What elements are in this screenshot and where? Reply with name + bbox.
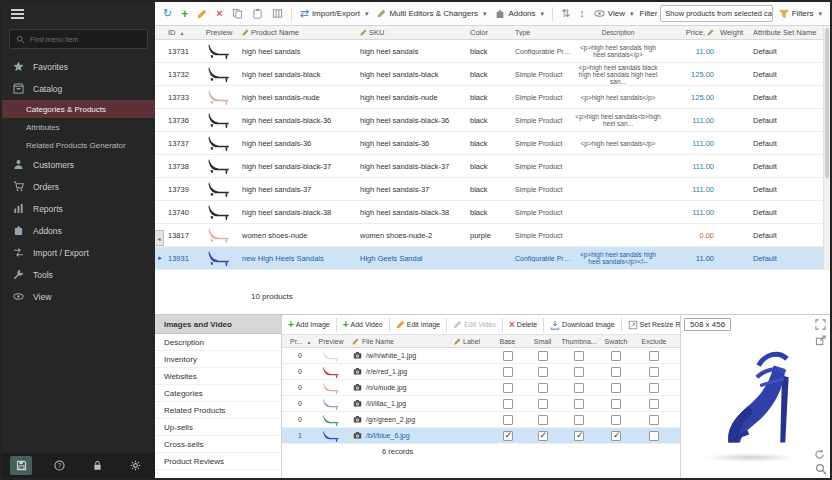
sidebar-item-catalog[interactable]: Catalog — [2, 78, 155, 100]
thumbnail-checkbox[interactable] — [574, 383, 584, 393]
product-row[interactable]: 13739 high heel sandals-37 high heel san… — [155, 178, 830, 201]
image-row[interactable]: 0 /r/e/red_1.jpg — [282, 364, 680, 380]
column-header-price[interactable]: Price, — [662, 28, 717, 37]
sidebar-item-favorites[interactable]: Favorites — [2, 56, 155, 78]
column-header-id[interactable]: ID — [165, 28, 199, 37]
column-header-thumbnail[interactable]: Thumbna... — [560, 338, 598, 345]
edit-product-button[interactable] — [194, 7, 210, 21]
addons-menu[interactable]: Addons — [492, 7, 547, 21]
open-external-icon[interactable] — [815, 335, 826, 346]
column-header-attribute-set[interactable]: Attribute Set Name — [750, 28, 830, 37]
exclude-checkbox[interactable] — [649, 415, 659, 425]
thumbnail-checkbox[interactable] — [574, 415, 584, 425]
column-header-weight[interactable]: Weight — [717, 28, 750, 37]
paste-button[interactable] — [249, 6, 266, 21]
tab-related-products[interactable]: Related Products — [155, 402, 281, 419]
add-video-button[interactable]: +Add Video — [341, 319, 385, 331]
sidebar-item-categories-products[interactable]: Categories & Products — [2, 100, 155, 118]
exclude-checkbox[interactable] — [649, 383, 659, 393]
base-checkbox[interactable] — [503, 367, 513, 377]
small-checkbox[interactable] — [538, 383, 548, 393]
save-button[interactable] — [10, 456, 32, 475]
sidebar-item-tools[interactable]: Tools — [2, 264, 155, 286]
column-header-small[interactable]: Small — [525, 338, 560, 345]
zoom-icon[interactable] — [815, 463, 827, 475]
column-header-base[interactable]: Base — [490, 338, 525, 345]
column-header-swatch[interactable]: Swatch — [598, 338, 634, 345]
image-row[interactable]: 0 /w/h/white_1.jpg — [282, 348, 680, 364]
base-checkbox[interactable] — [503, 383, 513, 393]
help-button[interactable]: ? — [48, 456, 70, 475]
exclude-checkbox[interactable] — [649, 351, 659, 361]
copy-button[interactable] — [229, 6, 246, 21]
column-header-preview[interactable]: Preview — [199, 28, 239, 37]
sidebar-item-orders[interactable]: Orders — [2, 176, 155, 198]
product-row[interactable]: 13817 women shoes-nude women shoes-nude-… — [155, 224, 830, 247]
download-image-button[interactable]: Download Image — [548, 319, 617, 331]
product-row[interactable]: 13732 high heel sandals-black high heel … — [155, 63, 830, 86]
swatch-checkbox[interactable] — [611, 431, 621, 441]
sidebar-collapse-button[interactable]: ◂ — [155, 230, 164, 246]
thumbnail-checkbox[interactable] — [574, 351, 584, 361]
thumbnail-checkbox[interactable] — [574, 367, 584, 377]
column-header-label[interactable]: Label — [452, 338, 490, 345]
columns-button[interactable] — [269, 6, 286, 21]
sidebar-search-input[interactable]: Find menu item — [9, 29, 148, 49]
swatch-checkbox[interactable] — [611, 415, 621, 425]
column-header-file-name[interactable]: File Name — [352, 338, 452, 345]
small-checkbox[interactable] — [538, 367, 548, 377]
column-header-color[interactable]: Color — [467, 28, 512, 37]
column-header-sku[interactable]: SKU — [357, 28, 467, 37]
column-header-product-name[interactable]: Product Name — [239, 28, 357, 37]
sidebar-item-import-export[interactable]: Import / Export — [2, 242, 155, 264]
base-checkbox[interactable] — [503, 399, 513, 409]
column-header-type[interactable]: Type — [512, 29, 574, 36]
filters-menu[interactable]: Filters — [776, 7, 825, 21]
add-image-button[interactable]: +Add Image — [286, 319, 332, 331]
image-row[interactable]: 1 /b/l/blue_6.jpg — [282, 428, 680, 444]
filter-select[interactable]: Show products from selected categories — [660, 5, 772, 22]
product-row[interactable]: 13931 new High Heels Sandals High Geels … — [155, 247, 830, 270]
edit-video-button[interactable]: Edit Video — [451, 319, 498, 330]
rotate-icon[interactable] — [814, 449, 825, 460]
small-checkbox[interactable] — [538, 399, 548, 409]
sidebar-item-attributes[interactable]: Attributes — [2, 118, 155, 136]
sidebar-item-reports[interactable]: Reports — [2, 198, 155, 220]
small-checkbox[interactable] — [538, 415, 548, 425]
product-row[interactable]: 13737 high heel sandals-36 high heel san… — [155, 132, 830, 155]
sidebar-item-addons[interactable]: Addons — [2, 220, 155, 242]
tab-product-reviews[interactable]: Product Reviews — [155, 453, 281, 470]
product-row[interactable]: 13738 high heel sandals-black-37 high he… — [155, 155, 830, 178]
expand-rows-button[interactable]: ↕ — [576, 6, 588, 21]
swatch-checkbox[interactable] — [611, 351, 621, 361]
product-row[interactable]: 13733 high heel sandals-nude high heel s… — [155, 86, 830, 109]
add-product-button[interactable]: + — [178, 6, 191, 22]
exclude-checkbox[interactable] — [649, 399, 659, 409]
image-row[interactable]: 0 /l/i/lilac_1.jpg — [282, 396, 680, 412]
multi-editors-menu[interactable]: Multi Editors & Changers — [374, 7, 489, 20]
scrollbar-thumb[interactable] — [825, 28, 829, 178]
fullscreen-icon[interactable] — [815, 319, 826, 330]
view-menu[interactable]: View — [591, 6, 637, 21]
base-checkbox[interactable] — [503, 351, 513, 361]
tab-images-and-video[interactable]: Images and Video — [155, 315, 281, 334]
refresh-button[interactable]: ↻ — [160, 6, 175, 21]
small-checkbox[interactable] — [538, 351, 548, 361]
tab-description[interactable]: Description — [155, 334, 281, 351]
delete-product-button[interactable]: × — [213, 6, 225, 21]
sidebar-item-customers[interactable]: Customers — [2, 154, 155, 176]
settings-button[interactable] — [125, 456, 147, 475]
sidebar-item-related-products-generator[interactable]: Related Products Generator — [2, 136, 155, 154]
lock-button[interactable] — [87, 456, 109, 475]
base-checkbox[interactable] — [503, 415, 513, 425]
vertical-scrollbar[interactable] — [823, 26, 830, 270]
tab-websites[interactable]: Websites — [155, 368, 281, 385]
base-checkbox[interactable] — [503, 431, 513, 441]
product-row[interactable]: 13740 high heel sandals-black-38 high he… — [155, 201, 830, 224]
image-row[interactable]: 0 /g/r/green_2.jpg — [282, 412, 680, 428]
hamburger-menu-icon[interactable] — [11, 9, 24, 19]
import-export-menu[interactable]: ⇄Import/Export — [297, 6, 372, 21]
tab-cross-sells[interactable]: Cross-sells — [155, 436, 281, 453]
column-header-position[interactable]: Pr... — [290, 338, 310, 345]
thumbnail-checkbox[interactable] — [574, 399, 584, 409]
